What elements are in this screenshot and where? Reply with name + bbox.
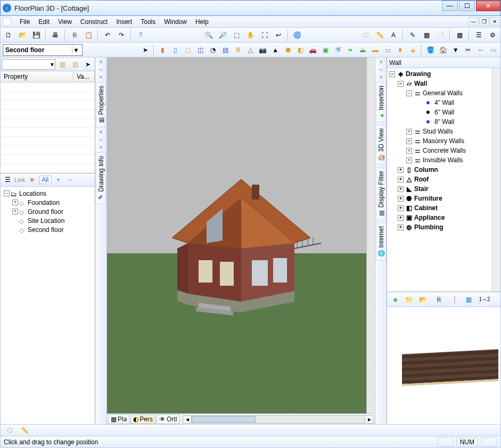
tab-perspective[interactable]: ◐Pers xyxy=(130,414,155,424)
trim-tool[interactable]: ✂ xyxy=(463,44,473,56)
pv-btn-3[interactable]: 📂 xyxy=(417,294,429,305)
grid-button[interactable]: ▦ xyxy=(454,29,465,41)
redo-button[interactable]: ↷ xyxy=(116,29,127,41)
tree-item-ground[interactable]: + ◇ Ground floor xyxy=(3,207,93,216)
ct-wall-6[interactable]: 6" Wall xyxy=(388,107,499,117)
loc-add-button[interactable]: + xyxy=(54,174,63,186)
window-tool[interactable]: ◫ xyxy=(195,44,206,56)
ct-general-walls[interactable]: −⚌General Walls xyxy=(388,88,499,98)
tree-item-second[interactable]: ◇ Second floor xyxy=(3,225,93,234)
ct-stud-walls[interactable]: +⚌Stud Walls xyxy=(388,127,499,136)
car-tool[interactable]: 🚗 xyxy=(308,44,318,56)
copy-button[interactable]: ⎘ xyxy=(69,29,80,41)
column-tool[interactable]: ▯ xyxy=(170,44,180,56)
appliance-tool[interactable]: ▣ xyxy=(320,44,330,56)
fence-tool[interactable]: ⚏ xyxy=(383,44,393,56)
tab-display-filter[interactable]: ▤Display Filter xyxy=(376,167,387,220)
tab-drawing-info[interactable]: ✎Drawing Info xyxy=(96,152,106,204)
open-button[interactable]: 📂 xyxy=(17,29,28,41)
prop-btn-1[interactable]: ▥ xyxy=(56,59,68,70)
floor-selector[interactable]: Second floor ▾ xyxy=(3,44,83,56)
gate-tool[interactable]: ⧯ xyxy=(395,44,405,56)
expand-icon[interactable]: + xyxy=(398,215,404,221)
zoom-previous-button[interactable]: ↩ xyxy=(273,29,284,41)
paste-button[interactable]: 📋 xyxy=(83,29,94,41)
maximize-button[interactable]: ☐ xyxy=(459,1,475,11)
mdi-close-button[interactable]: ✕ xyxy=(490,17,499,26)
plumbing-tool[interactable]: 🚿 xyxy=(333,44,343,56)
loc-delete-button[interactable]: ✕ xyxy=(27,174,37,186)
ct-wall-8[interactable]: 8" Wall xyxy=(388,117,499,127)
3d-viewport[interactable] xyxy=(107,57,375,413)
close-button[interactable]: ✕ xyxy=(476,1,500,11)
pv-btn-2[interactable]: 📁 xyxy=(403,294,415,305)
prop-btn-2[interactable]: ▤ xyxy=(69,59,81,70)
close-panel-icon[interactable]: × xyxy=(380,60,383,65)
wall-tool[interactable]: ▮ xyxy=(158,44,168,56)
tab-plan[interactable]: ▦Pla xyxy=(108,414,129,424)
ct-roof[interactable]: +△Roof xyxy=(388,175,499,184)
zoom-window-button[interactable]: ⬚ xyxy=(231,29,243,41)
roof-tool[interactable]: △ xyxy=(245,44,256,56)
pin-icon[interactable]: « xyxy=(100,74,103,80)
menu-tools[interactable]: Tools xyxy=(136,17,160,27)
scroll-right-icon[interactable]: ▸ xyxy=(365,416,373,423)
terrain-wizard-button[interactable]: ▼ xyxy=(450,44,461,56)
pin-icon[interactable]: » xyxy=(380,74,383,80)
collapse-icon[interactable]: − xyxy=(406,90,412,96)
expand-icon[interactable]: + xyxy=(406,138,412,144)
zoom-in-button[interactable]: 🔍 xyxy=(203,29,215,41)
expand-icon[interactable]: + xyxy=(398,196,404,202)
ct-drawing[interactable]: −◈Drawing xyxy=(388,69,499,79)
slab-tool[interactable]: ▬ xyxy=(370,44,380,56)
plant-tool[interactable]: ❧ xyxy=(345,44,355,56)
print-button[interactable]: 🖶 xyxy=(50,29,61,41)
tab-insertion[interactable]: ▲Insertion xyxy=(376,82,387,122)
ct-concrete-walls[interactable]: +⚌Concrete Walls xyxy=(388,146,499,155)
undo-button[interactable]: ↶ xyxy=(102,29,113,41)
category-tree[interactable]: −◈Drawing −▱Wall −⚌General Walls 4" Wall… xyxy=(387,68,500,292)
collapse-icon[interactable]: − xyxy=(398,81,404,87)
expand-icon[interactable]: + xyxy=(398,205,404,211)
tab-ortho[interactable]: 👁Ortl xyxy=(157,414,179,424)
save-button[interactable]: 💾 xyxy=(30,29,42,41)
pin-icon[interactable]: « xyxy=(100,145,103,150)
camera-tool[interactable]: 📷 xyxy=(258,44,268,56)
ct-stair[interactable]: +◣Stair xyxy=(388,184,499,194)
zoom-extents-button[interactable]: ⛶ xyxy=(259,29,270,41)
expand-icon[interactable]: + xyxy=(406,129,412,135)
layers-button[interactable]: ☰ xyxy=(473,29,484,41)
expand-icon[interactable]: + xyxy=(398,177,404,182)
tree-item-foundation[interactable]: + ◇ Foundation xyxy=(3,198,93,207)
expand-icon[interactable]: + xyxy=(406,148,412,154)
property-filter-combo[interactable]: ▾ xyxy=(2,59,55,70)
ct-plumbing[interactable]: +◍Plumbing xyxy=(388,222,499,232)
terrain-tool[interactable]: ⛰ xyxy=(358,44,368,56)
expand-icon[interactable]: + xyxy=(398,167,404,173)
orbit-button[interactable]: 🌀 xyxy=(292,29,303,41)
mdi-restore-button[interactable]: ❐ xyxy=(479,17,489,26)
ct-column[interactable]: +▯Column xyxy=(388,165,499,175)
expand-icon[interactable]: + xyxy=(398,186,404,192)
area-tool[interactable]: ▭ xyxy=(488,44,498,56)
drag-icon[interactable]: ↔ xyxy=(98,137,104,143)
locations-tree[interactable]: − 🗂 Locations + ◇ Foundation + ◇ Ground … xyxy=(1,187,95,424)
tab-3dview[interactable]: 🏠3D View xyxy=(376,125,387,164)
select-tool[interactable]: ➤ xyxy=(140,44,150,56)
mdi-minimize-button[interactable]: — xyxy=(469,17,478,26)
preview-pane[interactable] xyxy=(387,307,500,424)
fill-tool[interactable]: 🪣 xyxy=(425,44,436,56)
scroll-left-icon[interactable]: ◂ xyxy=(183,416,192,423)
menu-insert[interactable]: Insert xyxy=(112,17,136,27)
path-tool[interactable]: ⬙ xyxy=(408,44,418,56)
pv-btn-4[interactable]: ⎘ xyxy=(433,294,445,305)
pv-btn-7[interactable]: 1↔2 xyxy=(479,294,490,305)
stair-tool[interactable]: ▤ xyxy=(220,44,231,56)
expand-icon[interactable]: + xyxy=(12,209,18,214)
ct-wall[interactable]: −▱Wall xyxy=(388,79,499,88)
pv-btn-5[interactable]: ⋮ xyxy=(449,294,461,305)
ct-cabinet[interactable]: +◧Cabinet xyxy=(388,203,499,213)
expand-icon[interactable]: + xyxy=(398,225,404,230)
furniture-tool[interactable]: ⬣ xyxy=(283,44,293,56)
railing-tool[interactable]: Ⅲ xyxy=(233,44,243,56)
